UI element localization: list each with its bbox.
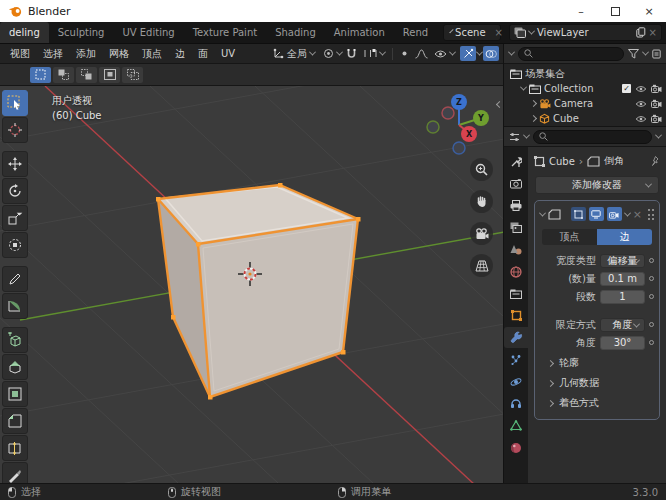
display-render-toggle[interactable] [607, 207, 622, 221]
properties-editor-icon[interactable] [509, 132, 520, 142]
tab-object-data-properties[interactable] [504, 415, 528, 436]
viewport-3d[interactable]: 用户透视 (60) Cube [0, 86, 503, 483]
tab-modifier-properties[interactable] [504, 327, 528, 348]
keyframe-dot-icon[interactable] [649, 276, 654, 281]
pan-view-button[interactable] [470, 190, 493, 213]
falloff-button[interactable] [413, 46, 429, 61]
scene-selector[interactable]: Scene × [443, 24, 501, 41]
tool-bevel[interactable] [2, 408, 28, 434]
keyframe-dot-icon[interactable] [649, 340, 654, 345]
proportional-editing-button[interactable] [396, 46, 412, 61]
hide-eye-icon[interactable] [635, 115, 647, 123]
remove-view-layer-icon[interactable]: × [649, 27, 657, 38]
tab-material-properties[interactable] [504, 437, 528, 458]
collection-checkbox[interactable]: ✓ [622, 84, 631, 93]
properties-editor-menu-icon[interactable] [523, 132, 530, 139]
tool-add-cube[interactable] [2, 327, 28, 353]
tab-shading[interactable]: Shading [266, 22, 325, 43]
gizmo-dropdown-icon[interactable] [476, 49, 483, 56]
navigation-gizmo[interactable]: Z Y X [419, 88, 497, 166]
section-profile[interactable]: 轮廓 [540, 353, 654, 373]
tool-transform[interactable] [2, 232, 28, 258]
amount-field[interactable]: 0.1 m [600, 272, 645, 286]
menu-edge[interactable]: 边 [169, 47, 191, 61]
drag-handle-icon[interactable] [648, 209, 654, 220]
outliner-row-cube[interactable]: Cube [510, 111, 662, 126]
sidebar-collapse-icon[interactable] [497, 98, 502, 109]
segments-field[interactable]: 1 [600, 290, 645, 304]
hide-eye-icon[interactable] [635, 100, 647, 108]
menu-select[interactable]: 选择 [37, 47, 69, 61]
breadcrumb-modifier-name[interactable]: 倒角 [604, 154, 624, 168]
tab-animation[interactable]: Animation [325, 22, 394, 43]
menu-view[interactable]: 视图 [4, 47, 36, 61]
filter-funnel-icon[interactable] [628, 49, 639, 59]
select-mode-subtract-button[interactable] [76, 67, 97, 83]
keyframe-dot-icon[interactable] [649, 258, 654, 263]
menu-face[interactable]: 面 [192, 47, 214, 61]
tab-render-properties[interactable] [504, 173, 528, 194]
select-mode-invert-button[interactable] [99, 67, 120, 83]
affect-edges-tab[interactable]: 边 [597, 229, 652, 245]
new-collection-icon[interactable] [652, 49, 661, 59]
select-mode-intersect-button[interactable] [122, 67, 143, 83]
pivot-point-button[interactable] [320, 46, 336, 61]
tab-tool-properties[interactable] [504, 151, 528, 172]
section-shading[interactable]: 着色方式 [540, 393, 654, 413]
filter-dropdown-icon[interactable] [642, 49, 649, 56]
tab-sculpting[interactable]: Sculpting [49, 22, 114, 43]
tool-select-box[interactable] [2, 90, 28, 116]
tab-output-properties[interactable] [504, 195, 528, 216]
properties-options-icon[interactable] [655, 132, 662, 139]
tab-particle-properties[interactable] [504, 349, 528, 370]
outliner-row-camera[interactable]: Camera [510, 96, 662, 111]
keyframe-dot-icon[interactable] [649, 294, 654, 299]
tab-rendering[interactable]: Rend [394, 22, 437, 43]
display-realtime-toggle[interactable] [589, 207, 604, 221]
camera-view-button[interactable] [470, 222, 493, 245]
tool-knife[interactable] [2, 462, 28, 483]
snap-toggle-button[interactable] [343, 46, 359, 61]
display-in-editmode-toggle[interactable] [571, 207, 586, 221]
minimize-button[interactable]: – [564, 0, 598, 22]
select-mode-extend-button[interactable] [53, 67, 74, 83]
new-view-layer-icon[interactable] [636, 27, 646, 38]
disable-render-camera-icon[interactable] [651, 84, 662, 93]
collection-expand-icon[interactable] [520, 84, 527, 91]
show-gizmo-button[interactable] [460, 46, 476, 61]
panel-expand-icon[interactable] [539, 209, 546, 216]
breadcrumb-object-name[interactable]: Cube [549, 156, 575, 167]
limit-method-dropdown[interactable]: 角度 [600, 318, 645, 332]
tool-measure[interactable] [2, 293, 28, 319]
tool-loop-cut[interactable] [2, 435, 28, 461]
toggle-perspective-button[interactable] [470, 254, 493, 277]
maximize-button[interactable] [598, 0, 632, 22]
breadcrumb-pin-icon[interactable] [651, 156, 660, 167]
tab-object-properties[interactable] [504, 305, 528, 326]
menu-uv[interactable]: UV [215, 48, 241, 59]
outliner-editor-menu-icon[interactable] [508, 49, 515, 56]
outliner-search[interactable] [518, 47, 624, 61]
snap-target-button[interactable] [360, 49, 389, 58]
menu-add[interactable]: 添加 [70, 47, 102, 61]
tab-view-layer-properties[interactable] [504, 217, 528, 238]
cube-expand-icon[interactable] [530, 115, 537, 122]
tab-collection-properties[interactable] [504, 283, 528, 304]
tool-annotate[interactable] [2, 266, 28, 292]
hide-eye-icon[interactable] [635, 85, 647, 93]
tab-world-properties[interactable] [504, 261, 528, 282]
tab-scene-properties[interactable] [504, 239, 528, 260]
tab-uv-editing[interactable]: UV Editing [113, 22, 183, 43]
angle-field[interactable]: 30° [600, 336, 645, 350]
tool-cursor[interactable] [2, 117, 28, 143]
disable-render-camera-icon[interactable] [651, 99, 662, 108]
tool-scale[interactable] [2, 205, 28, 231]
outliner-search-input[interactable] [537, 49, 618, 59]
tab-physics-properties[interactable] [504, 371, 528, 392]
view-layer-selector[interactable]: ViewLayer × [509, 24, 662, 41]
affect-vertices-tab[interactable]: 顶点 [542, 229, 597, 245]
disable-render-camera-icon[interactable] [651, 114, 662, 123]
tab-texture-paint[interactable]: Texture Paint [184, 22, 267, 43]
menu-vertex[interactable]: 顶点 [136, 47, 168, 61]
tool-move[interactable] [2, 151, 28, 177]
